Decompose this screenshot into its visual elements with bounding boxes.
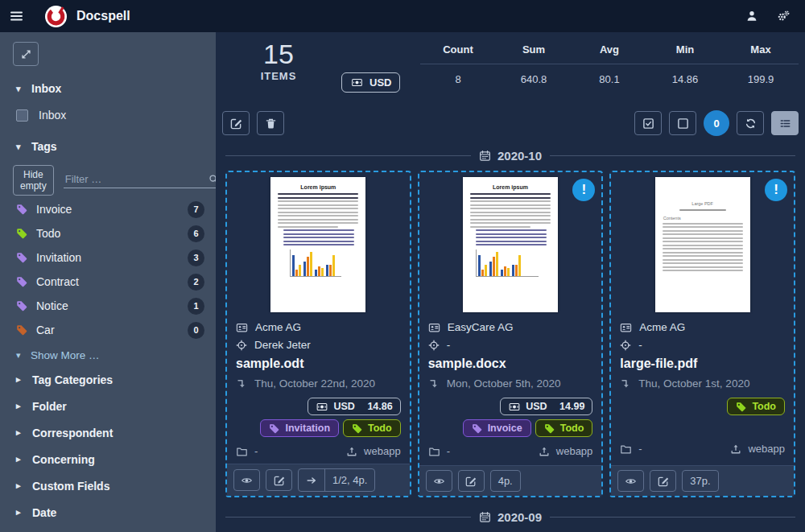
reload-button[interactable] [737,111,764,135]
preview-text-line [470,197,551,199]
tag-icon [544,423,555,434]
sidebar-section-due-date[interactable]: ▸Due Date [16,526,216,532]
item-list-main: 15 ITEMS USD CountSumAvgMinMax 8640.880.… [216,32,805,532]
chevron-right-icon: ▸ [16,454,24,464]
edit-item-button[interactable] [458,470,485,492]
item-tag-label: Todo [368,423,392,434]
address-card-icon [428,322,440,333]
item-name[interactable]: sample.odt [236,357,401,371]
inbox-filter-checkbox[interactable]: Inbox [16,106,216,124]
preview-text-line [663,233,743,235]
inbox-section-header[interactable]: ▾ Inbox [16,80,216,97]
correspondent-label[interactable]: EasyCare AG [448,321,514,333]
show-more-label: Show More … [31,349,100,361]
next-attachment-button[interactable] [299,469,324,491]
sidebar-section-concerning[interactable]: ▸Concerning [16,446,216,472]
edit-selected-button[interactable] [222,111,250,135]
item-name[interactable]: sample.docx [428,357,593,371]
concerning-label[interactable]: - [447,339,451,351]
sidebar-tag-item[interactable]: Todo6 [16,221,204,245]
stat-value: 14.86 [647,73,723,85]
item-details: Acme AG - large-file.pdf Thu, October 1s… [611,314,794,461]
item-card[interactable]: Lorem ipsum Acme AG Derek Jeter sample.o… [225,171,411,497]
preview-item-button[interactable] [426,470,452,492]
deselect-all-button[interactable] [669,111,696,135]
preview-text-line [476,233,547,235]
sidebar-tag-item[interactable]: Invoice7 [16,197,204,221]
address-card-icon [620,322,632,333]
items-total: 15 ITEMS [248,40,309,82]
folder-icon [428,446,440,457]
document-preview[interactable]: Lorem ipsum [270,177,365,312]
calendar-icon [479,150,491,162]
folder-label[interactable]: - [428,445,450,457]
eye-icon [241,475,253,486]
delete-selected-button[interactable] [257,111,284,135]
item-card[interactable]: Lorem ipsum ! EasyCare AG - sample.docx … [418,171,604,497]
sidebar-section-correspondent[interactable]: ▸Correspondent [16,419,216,446]
concerning-label[interactable]: Derek Jeter [254,339,311,351]
preview-item-button[interactable] [233,469,260,491]
section-label: Custom Fields [32,480,109,493]
money-icon [508,402,521,412]
folder-name: - [447,445,450,457]
show-more-tags-button[interactable]: ▾ Show More … [16,345,216,365]
tag-filter-input[interactable] [64,172,208,186]
sidebar-section-custom-fields[interactable]: ▸Custom Fields [16,472,216,499]
document-preview[interactable]: Lorem ipsum [463,177,558,312]
document-preview[interactable]: Large PDF Contents [655,177,750,312]
correspondent-label[interactable]: Acme AG [639,321,685,333]
sidebar-tag-item[interactable]: Contract2 [16,270,204,294]
list-view-button[interactable] [771,111,799,135]
item-tag-badge[interactable]: Todo [727,398,785,415]
item-card-footer: 1/2, 4p. [227,464,410,496]
tag-label: Invitation [36,251,179,264]
sidebar-section-tag-categories[interactable]: ▸Tag Categories [16,366,216,393]
preview-text-line [663,262,743,264]
money-icon [350,77,364,88]
preview-chart-bar [315,270,317,276]
item-tag-badge[interactable]: Invoice [463,419,531,437]
tag-icon [16,276,27,287]
tags-section-header[interactable]: ▾ Tags [16,138,216,155]
sidebar-tag-item[interactable]: Notice1 [16,294,204,318]
tag-label: Contract [36,275,179,288]
search-sidebar: ▾ Inbox Inbox ▾ Tags Hide empty Invoice7… [0,32,216,532]
tag-count-badge: 1 [188,298,204,315]
hide-empty-button[interactable]: Hide empty [13,165,54,196]
item-name[interactable]: large-file.pdf [620,357,785,371]
select-all-button[interactable] [634,111,662,135]
preview-chart-bar [515,265,518,276]
folder-label[interactable]: - [620,443,642,455]
source-name: webapp [748,443,785,455]
edit-item-button[interactable] [650,470,676,492]
sidebar-tag-item[interactable]: Invitation3 [16,245,204,270]
tag-icon [16,252,27,263]
edit-item-button[interactable] [266,469,292,491]
item-card[interactable]: Large PDF Contents ! Acme AG - large-fil… [609,171,795,497]
menu-toggle-button[interactable] [0,10,32,23]
date-arrow-down-icon [236,378,247,390]
concerning-label[interactable]: - [638,339,642,351]
expand-sidebar-button[interactable] [13,42,39,66]
stat-value: 80.1 [572,73,647,85]
date-group-label: 2020-09 [497,510,542,524]
section-label: Correspondent [32,427,113,439]
pages-group: 1/2, 4p. [298,468,375,492]
correspondent-label[interactable]: Acme AG [255,321,301,333]
sidebar-tag-item[interactable]: Car0 [16,318,204,342]
item-tag-badge[interactable]: Todo [343,419,401,437]
chevron-right-icon: ▸ [16,507,24,518]
sidebar-section-folder[interactable]: ▸Folder [16,393,216,419]
folder-label[interactable]: - [236,445,258,457]
preview-item-button[interactable] [617,470,644,492]
preview-text-line [663,226,743,228]
folder-icon [236,446,248,457]
top-navbar: Docspell [0,0,805,32]
sidebar-section-date[interactable]: ▸Date [16,499,216,526]
date-group-label: 2020-10 [497,149,542,163]
item-tag-badge[interactable]: Invitation [260,419,339,437]
item-tag-badge[interactable]: Todo [535,419,593,437]
account-button[interactable] [745,10,758,23]
settings-button[interactable] [776,10,791,23]
